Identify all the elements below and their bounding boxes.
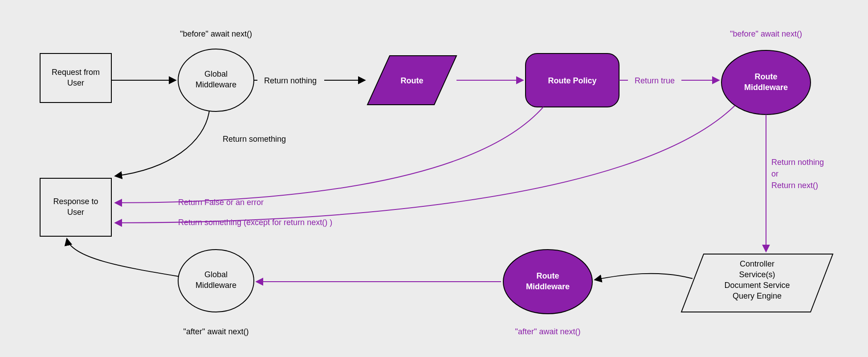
rmb-label-l1: Route bbox=[755, 72, 778, 81]
svg-text:Request from: Request from bbox=[52, 68, 100, 77]
svg-text:Middleware: Middleware bbox=[196, 80, 236, 89]
svg-text:Query Engine: Query Engine bbox=[733, 291, 782, 300]
rmb-caption: "before" await next() bbox=[730, 29, 802, 38]
edge-routemw-resp-label: Return something (except for return next… bbox=[178, 218, 332, 227]
svg-point-17 bbox=[503, 250, 592, 314]
gmb-label-l1: Global bbox=[204, 70, 228, 78]
gma-label-l2: Middleware bbox=[196, 281, 236, 290]
svg-text:Return next(): Return next() bbox=[771, 181, 818, 190]
response-label-l2: User bbox=[67, 208, 84, 217]
gma-label-l1: Global bbox=[204, 270, 228, 279]
svg-point-10 bbox=[721, 50, 811, 115]
route-label: Route bbox=[401, 76, 424, 85]
request-label-l1: Request from bbox=[52, 68, 100, 77]
svg-text:Return nothing: Return nothing bbox=[771, 158, 824, 167]
svg-text:User: User bbox=[67, 78, 84, 87]
svg-text:Service(s): Service(s) bbox=[739, 270, 775, 279]
edge-rmc-l2: or bbox=[771, 169, 778, 178]
svg-text:Document Service: Document Service bbox=[724, 281, 790, 290]
ctrl-l4: Query Engine bbox=[733, 291, 782, 300]
response-label-l1: Response to bbox=[53, 197, 98, 206]
flow-diagram: Request from User Response to User Globa… bbox=[0, 0, 868, 357]
rma-label-l2: Middleware bbox=[526, 282, 570, 291]
svg-text:Controller: Controller bbox=[740, 259, 774, 268]
svg-text:Middleware: Middleware bbox=[196, 281, 236, 290]
rma-caption: "after" await next() bbox=[515, 327, 581, 336]
edge-rmc-l3: Return next() bbox=[771, 181, 818, 190]
rma-label-l1: Route bbox=[537, 271, 559, 280]
gmb-label-l2: Middleware bbox=[196, 80, 236, 89]
request-label-l2: User bbox=[67, 78, 84, 87]
ctrl-l2: Service(s) bbox=[739, 270, 775, 279]
node-route-policy: Route Policy bbox=[526, 53, 619, 107]
svg-text:Route: Route bbox=[537, 271, 559, 280]
svg-text:Response to: Response to bbox=[53, 197, 98, 206]
edge-global-to-route-label: Return nothing bbox=[264, 76, 317, 85]
svg-text:Route: Route bbox=[755, 72, 778, 81]
svg-text:Middleware: Middleware bbox=[526, 282, 570, 291]
edge-policy-false-label: Return False or an error bbox=[178, 198, 264, 207]
svg-text:Middleware: Middleware bbox=[744, 83, 788, 92]
svg-text:or: or bbox=[771, 169, 778, 178]
edge-global-to-response-label: Return something bbox=[223, 135, 286, 144]
route-policy-label: Route Policy bbox=[548, 76, 596, 85]
svg-text:Global: Global bbox=[204, 270, 228, 279]
svg-text:User: User bbox=[67, 208, 84, 217]
edge-policy-to-routemw-label: Return true bbox=[635, 76, 675, 85]
gma-caption: "after" await next() bbox=[183, 327, 249, 336]
ctrl-l3: Document Service bbox=[724, 281, 790, 290]
edge-rmc-l1: Return nothing bbox=[771, 158, 824, 167]
canvas-bg bbox=[0, 0, 868, 357]
gmb-caption: "before" await next() bbox=[180, 29, 252, 38]
ctrl-l1: Controller bbox=[740, 259, 774, 268]
rmb-label-l2: Middleware bbox=[744, 83, 788, 92]
svg-text:Global: Global bbox=[204, 70, 228, 78]
